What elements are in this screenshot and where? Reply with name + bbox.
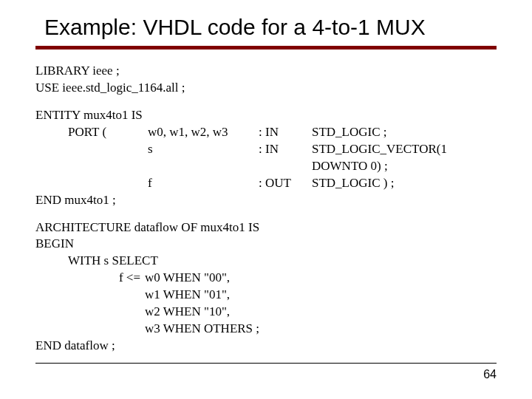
select-case: w3 WHEN OTHERS ; [145, 321, 259, 338]
code-line: LIBRARY ieee ; [35, 63, 497, 80]
code-line: USE ieee.std_logic_1164.all ; [35, 80, 497, 97]
port-signal: f [148, 175, 259, 192]
port-type: STD_LOGIC_VECTOR(1 DOWNTO 0) ; [312, 141, 497, 175]
select-row: w1 WHEN "01", [35, 287, 497, 304]
port-direction: : IN [259, 141, 312, 175]
title-rule [35, 46, 497, 50]
port-keyword: PORT ( [68, 124, 148, 141]
page-number: 64 [483, 368, 497, 381]
port-type: STD_LOGIC ) ; [312, 175, 497, 192]
code-line: BEGIN [35, 236, 497, 253]
select-case: w0 WHEN "00", [145, 270, 230, 287]
port-signal: w0, w1, w2, w3 [148, 124, 259, 141]
slide-title: Example: VHDL code for a 4-to-1 MUX [35, 15, 497, 40]
select-row: w2 WHEN "10", [35, 304, 497, 321]
port-signal: s [148, 141, 259, 175]
port-direction: : IN [259, 124, 312, 141]
code-line: ARCHITECTURE dataflow OF mux4to1 IS [35, 219, 497, 236]
port-row: PORT ( w0, w1, w2, w3 : IN STD_LOGIC ; [35, 124, 497, 141]
code-line: WITH s SELECT [35, 253, 497, 270]
port-direction: : OUT [259, 175, 312, 192]
assign-lead: f <= [95, 270, 145, 287]
code-line: END mux4to1 ; [35, 192, 497, 209]
port-row: f : OUT STD_LOGIC ) ; [35, 175, 497, 192]
port-row: s : IN STD_LOGIC_VECTOR(1 DOWNTO 0) ; [35, 141, 497, 175]
code-line: ENTITY mux4to1 IS [35, 107, 497, 124]
slide: Example: VHDL code for a 4-to-1 MUX LIBR… [0, 0, 532, 399]
select-case: w1 WHEN "01", [145, 287, 230, 304]
select-row: w3 WHEN OTHERS ; [35, 321, 497, 338]
port-type: STD_LOGIC ; [312, 124, 497, 141]
select-row: f <= w0 WHEN "00", [35, 270, 497, 287]
code-line: END dataflow ; [35, 338, 497, 355]
footer-rule [35, 363, 497, 364]
slide-body: LIBRARY ieee ; USE ieee.std_logic_1164.a… [35, 63, 497, 355]
select-case: w2 WHEN "10", [145, 304, 230, 321]
